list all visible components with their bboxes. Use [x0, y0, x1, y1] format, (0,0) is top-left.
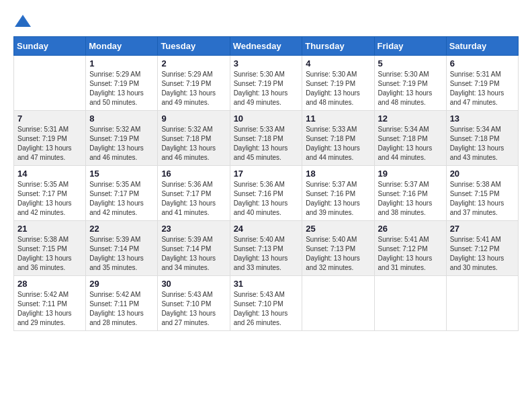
- day-info: Sunrise: 5:31 AM Sunset: 7:19 PM Dayligh…: [450, 70, 515, 107]
- header-cell-thursday: Thursday: [302, 37, 374, 56]
- calendar-cell: 28Sunrise: 5:42 AM Sunset: 7:11 PM Dayli…: [14, 276, 86, 331]
- day-number: 28: [17, 279, 82, 289]
- day-number: 11: [306, 113, 370, 124]
- day-info: Sunrise: 5:43 AM Sunset: 7:10 PM Dayligh…: [161, 290, 226, 328]
- calendar-cell: 6Sunrise: 5:31 AM Sunset: 7:19 PM Daylig…: [446, 56, 518, 111]
- day-info: Sunrise: 5:38 AM Sunset: 7:15 PM Dayligh…: [450, 180, 515, 218]
- day-number: 4: [306, 58, 370, 68]
- day-info: Sunrise: 5:33 AM Sunset: 7:18 PM Dayligh…: [306, 125, 370, 163]
- day-info: Sunrise: 5:35 AM Sunset: 7:17 PM Dayligh…: [89, 180, 154, 218]
- calendar-cell: 21Sunrise: 5:38 AM Sunset: 7:15 PM Dayli…: [14, 221, 86, 276]
- day-info: Sunrise: 5:29 AM Sunset: 7:19 PM Dayligh…: [161, 70, 226, 107]
- day-info: Sunrise: 5:43 AM Sunset: 7:10 PM Dayligh…: [234, 290, 299, 328]
- day-number: 15: [89, 169, 154, 179]
- day-number: 6: [450, 58, 515, 68]
- day-info: Sunrise: 5:32 AM Sunset: 7:19 PM Dayligh…: [89, 125, 154, 163]
- day-info: Sunrise: 5:32 AM Sunset: 7:18 PM Dayligh…: [161, 125, 226, 163]
- calendar-cell: 7Sunrise: 5:31 AM Sunset: 7:19 PM Daylig…: [14, 111, 86, 166]
- day-info: Sunrise: 5:33 AM Sunset: 7:18 PM Dayligh…: [234, 125, 299, 163]
- day-info: Sunrise: 5:38 AM Sunset: 7:15 PM Dayligh…: [17, 235, 82, 273]
- calendar-cell: 14Sunrise: 5:35 AM Sunset: 7:17 PM Dayli…: [14, 166, 86, 221]
- day-info: Sunrise: 5:39 AM Sunset: 7:14 PM Dayligh…: [89, 235, 154, 273]
- day-number: 20: [450, 169, 515, 179]
- day-info: Sunrise: 5:40 AM Sunset: 7:13 PM Dayligh…: [234, 235, 299, 273]
- header-cell-wednesday: Wednesday: [230, 37, 302, 56]
- calendar-cell: 2Sunrise: 5:29 AM Sunset: 7:19 PM Daylig…: [158, 56, 230, 111]
- calendar-cell: 9Sunrise: 5:32 AM Sunset: 7:18 PM Daylig…: [158, 111, 230, 166]
- day-number: 23: [161, 224, 226, 234]
- day-info: Sunrise: 5:31 AM Sunset: 7:19 PM Dayligh…: [17, 125, 82, 163]
- header-cell-saturday: Saturday: [446, 37, 518, 56]
- header-cell-monday: Monday: [86, 37, 158, 56]
- day-number: 22: [89, 224, 154, 234]
- calendar-cell: 15Sunrise: 5:35 AM Sunset: 7:17 PM Dayli…: [86, 166, 158, 221]
- header-cell-sunday: Sunday: [14, 37, 86, 56]
- day-number: 2: [161, 58, 226, 68]
- day-number: 16: [161, 169, 226, 179]
- day-info: Sunrise: 5:36 AM Sunset: 7:17 PM Dayligh…: [161, 180, 226, 218]
- day-info: Sunrise: 5:39 AM Sunset: 7:14 PM Dayligh…: [161, 235, 226, 273]
- calendar-cell: 31Sunrise: 5:43 AM Sunset: 7:10 PM Dayli…: [230, 276, 302, 331]
- calendar-cell: [14, 56, 86, 111]
- day-number: 31: [234, 279, 299, 289]
- day-number: 7: [17, 113, 82, 124]
- calendar-cell: 3Sunrise: 5:30 AM Sunset: 7:19 PM Daylig…: [230, 56, 302, 111]
- day-info: Sunrise: 5:37 AM Sunset: 7:16 PM Dayligh…: [378, 180, 443, 218]
- page-header: [13, 13, 519, 30]
- day-number: 24: [234, 224, 299, 234]
- calendar-cell: [302, 276, 374, 331]
- header-cell-friday: Friday: [374, 37, 446, 56]
- week-row-5: 28Sunrise: 5:42 AM Sunset: 7:11 PM Dayli…: [14, 276, 519, 331]
- day-number: 18: [306, 169, 370, 179]
- calendar-cell: 16Sunrise: 5:36 AM Sunset: 7:17 PM Dayli…: [158, 166, 230, 221]
- day-number: 3: [234, 58, 299, 68]
- day-info: Sunrise: 5:30 AM Sunset: 7:19 PM Dayligh…: [234, 70, 299, 107]
- day-number: 14: [17, 169, 82, 179]
- day-number: 26: [378, 224, 443, 234]
- calendar-cell: [374, 276, 446, 331]
- calendar-cell: 30Sunrise: 5:43 AM Sunset: 7:10 PM Dayli…: [158, 276, 230, 331]
- day-number: 30: [161, 279, 226, 289]
- day-number: 17: [234, 169, 299, 179]
- day-info: Sunrise: 5:40 AM Sunset: 7:13 PM Dayligh…: [306, 235, 370, 273]
- day-number: 9: [161, 113, 226, 124]
- day-info: Sunrise: 5:36 AM Sunset: 7:16 PM Dayligh…: [234, 180, 299, 218]
- calendar-table: SundayMondayTuesdayWednesdayThursdayFrid…: [13, 36, 519, 331]
- calendar-cell: 19Sunrise: 5:37 AM Sunset: 7:16 PM Dayli…: [374, 166, 446, 221]
- day-number: 1: [89, 58, 154, 68]
- day-info: Sunrise: 5:42 AM Sunset: 7:11 PM Dayligh…: [89, 290, 154, 328]
- day-info: Sunrise: 5:30 AM Sunset: 7:19 PM Dayligh…: [378, 70, 443, 107]
- calendar-cell: 24Sunrise: 5:40 AM Sunset: 7:13 PM Dayli…: [230, 221, 302, 276]
- day-number: 19: [378, 169, 443, 179]
- day-number: 5: [378, 58, 443, 68]
- calendar-cell: 12Sunrise: 5:34 AM Sunset: 7:18 PM Dayli…: [374, 111, 446, 166]
- day-number: 25: [306, 224, 370, 234]
- day-number: 13: [450, 113, 515, 124]
- calendar-cell: [446, 276, 518, 331]
- calendar-cell: 17Sunrise: 5:36 AM Sunset: 7:16 PM Dayli…: [230, 166, 302, 221]
- logo: [13, 13, 35, 30]
- calendar-cell: 29Sunrise: 5:42 AM Sunset: 7:11 PM Dayli…: [86, 276, 158, 331]
- calendar-cell: 1Sunrise: 5:29 AM Sunset: 7:19 PM Daylig…: [86, 56, 158, 111]
- day-info: Sunrise: 5:34 AM Sunset: 7:18 PM Dayligh…: [450, 125, 515, 163]
- day-info: Sunrise: 5:41 AM Sunset: 7:12 PM Dayligh…: [378, 235, 443, 273]
- day-number: 21: [17, 224, 82, 234]
- calendar-cell: 4Sunrise: 5:30 AM Sunset: 7:19 PM Daylig…: [302, 56, 374, 111]
- day-number: 27: [450, 224, 515, 234]
- day-info: Sunrise: 5:34 AM Sunset: 7:18 PM Dayligh…: [378, 125, 443, 163]
- day-number: 12: [378, 113, 443, 124]
- calendar-cell: 5Sunrise: 5:30 AM Sunset: 7:19 PM Daylig…: [374, 56, 446, 111]
- day-info: Sunrise: 5:41 AM Sunset: 7:12 PM Dayligh…: [450, 235, 515, 273]
- calendar-cell: 26Sunrise: 5:41 AM Sunset: 7:12 PM Dayli…: [374, 221, 446, 276]
- calendar-cell: 22Sunrise: 5:39 AM Sunset: 7:14 PM Dayli…: [86, 221, 158, 276]
- calendar-cell: 8Sunrise: 5:32 AM Sunset: 7:19 PM Daylig…: [86, 111, 158, 166]
- calendar-cell: 18Sunrise: 5:37 AM Sunset: 7:16 PM Dayli…: [302, 166, 374, 221]
- calendar-cell: 13Sunrise: 5:34 AM Sunset: 7:18 PM Dayli…: [446, 111, 518, 166]
- week-row-1: 1Sunrise: 5:29 AM Sunset: 7:19 PM Daylig…: [14, 56, 519, 111]
- week-row-4: 21Sunrise: 5:38 AM Sunset: 7:15 PM Dayli…: [14, 221, 519, 276]
- day-info: Sunrise: 5:29 AM Sunset: 7:19 PM Dayligh…: [89, 70, 154, 107]
- calendar-cell: 10Sunrise: 5:33 AM Sunset: 7:18 PM Dayli…: [230, 111, 302, 166]
- week-row-3: 14Sunrise: 5:35 AM Sunset: 7:17 PM Dayli…: [14, 166, 519, 221]
- header-cell-tuesday: Tuesday: [158, 37, 230, 56]
- day-number: 8: [89, 113, 154, 124]
